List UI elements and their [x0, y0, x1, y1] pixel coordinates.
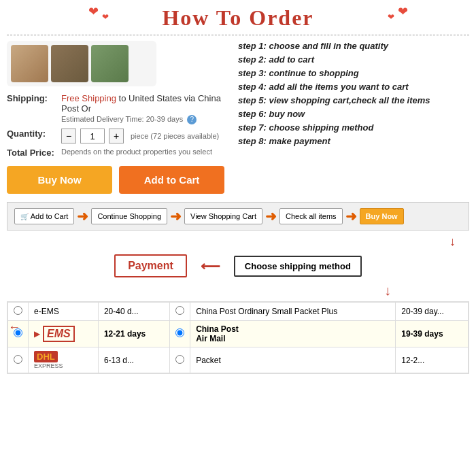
ship-days-airmail: 19-39 days	[396, 321, 469, 347]
add-to-cart-button[interactable]: Add to Cart	[119, 166, 224, 194]
flow-continue-shopping[interactable]: Continue Shopping	[91, 208, 167, 224]
ship-name-cn-ordinary: China Post Ordinary Small Packet Plus	[190, 303, 396, 321]
shipping-label: Shipping:	[7, 93, 61, 103]
flow-section: Add to Cart ➜ Continue Shopping ➜ View S…	[7, 202, 469, 231]
ship-days-ems-top: 20-40 d...	[98, 303, 169, 321]
step-3: step 3: continue to shopping	[238, 68, 469, 78]
product-image-1[interactable]	[11, 45, 48, 82]
left-arrow-indicator: ←	[8, 320, 20, 335]
quantity-increase[interactable]: +	[109, 129, 124, 143]
table-row-dhl: DHL EXPRESS 6-13 d... Packet 12-2...	[8, 347, 469, 373]
shipping-table-wrapper: ← e-EMS 20-40 d... China Post Ordinary S…	[0, 301, 476, 374]
table-row: e-EMS 20-40 d... China Post Ordinary Sma…	[8, 303, 469, 321]
payment-button[interactable]: Payment	[114, 254, 187, 277]
ship-radio-packet[interactable]	[175, 355, 184, 364]
main-content: Shipping: Free Shipping to United States…	[0, 37, 476, 198]
action-buttons: Buy Now Add to Cart	[7, 166, 224, 194]
flow-arrow-4: ➜	[345, 208, 357, 224]
ship-logo-dhl: DHL EXPRESS	[29, 347, 99, 373]
payment-arrow: ⟵	[201, 258, 220, 274]
step-4: step 4: add all the items you want to ca…	[238, 82, 469, 92]
shipping-table: e-EMS 20-40 d... China Post Ordinary Sma…	[7, 301, 469, 374]
ship-days-cn-ordinary: 20-39 day...	[396, 303, 469, 321]
shipping-value: Free Shipping to United States via China…	[61, 93, 224, 124]
step-6: step 6: buy now	[238, 109, 469, 119]
arrow-down-2: ↓	[7, 283, 469, 299]
heart-deco-2: ❤	[102, 12, 109, 22]
left-panel: Shipping: Free Shipping to United States…	[7, 41, 224, 194]
ship-name-airmail: China PostAir Mail	[190, 321, 396, 347]
shipping-row: Shipping: Free Shipping to United States…	[7, 93, 224, 124]
step-1: step 1: choose and fill in the quatity	[238, 41, 469, 51]
dhl-express: EXPRESS	[34, 362, 92, 369]
ship-radio-dhl[interactable]	[14, 355, 22, 364]
dhl-logo: DHL	[34, 351, 58, 362]
flow-arrow-3: ➜	[265, 208, 277, 224]
page-header: ❤ ❤ ❤ ❤ How To Order	[0, 0, 476, 33]
ship-radio-ems-top[interactable]	[14, 306, 22, 315]
quantity-value: − + piece (72 pieces available)	[61, 129, 224, 143]
help-icon[interactable]: ?	[187, 115, 197, 124]
heart-deco-4: ❤	[388, 12, 394, 22]
step-2: step 2: add to cart	[238, 54, 469, 65]
flow-check-items[interactable]: Check all items	[279, 208, 343, 224]
heart-deco-3: ❤	[398, 4, 408, 19]
heart-deco-1: ❤	[88, 4, 99, 19]
shipping-method-box: Choose shipping method	[234, 256, 362, 277]
quantity-row: Quantity: − + piece (72 pieces available…	[7, 129, 224, 143]
ship-days-packet: 12-2...	[396, 347, 469, 373]
ship-logo-ems: ▶ EMS	[29, 321, 99, 347]
ship-radio-airmail[interactable]	[175, 328, 184, 337]
radio-col-r1	[170, 303, 190, 321]
quantity-controls: − + piece (72 pieces available)	[61, 129, 224, 143]
product-image-3[interactable]	[91, 45, 129, 82]
arrow-down-1: ↓	[0, 235, 476, 249]
ship-days-ems: 12-21 days	[98, 321, 169, 347]
flow-add-to-cart[interactable]: Add to Cart	[14, 208, 74, 224]
radio-col-1	[8, 303, 29, 321]
flow-view-cart[interactable]: View Shopping Cart	[184, 208, 262, 224]
divider-top	[7, 35, 469, 35]
total-price-row: Total Price: Depends on the product prop…	[7, 148, 224, 158]
quantity-note: piece (72 pieces available)	[131, 132, 219, 140]
ship-name-packet: Packet	[190, 347, 396, 373]
payment-flow: Payment ⟵ Choose shipping method	[7, 252, 469, 280]
ems-arrow-icon: ▶	[34, 329, 40, 339]
ship-days-dhl: 6-13 d...	[98, 347, 169, 373]
total-label: Total Price:	[7, 148, 61, 158]
quantity-input[interactable]	[80, 129, 105, 143]
quantity-label: Quantity:	[7, 129, 61, 139]
quantity-decrease[interactable]: −	[61, 129, 76, 143]
product-image-2[interactable]	[51, 45, 88, 82]
flow-buy-now[interactable]: Buy Now	[360, 208, 404, 224]
radio-col-3	[8, 347, 29, 373]
product-images	[7, 41, 156, 86]
table-row-selected: ▶ EMS 12-21 days China PostAir Mail 19-3…	[8, 321, 469, 347]
ship-radio-cn-ordinary[interactable]	[175, 306, 184, 315]
step-7: step 7: choose shipping method	[238, 122, 469, 133]
delivery-time: Estimated Delivery Time: 20-39 days ?	[61, 115, 197, 123]
flow-arrow-1: ➜	[77, 208, 88, 224]
free-ship-text: Free Shipping	[61, 93, 116, 103]
flow-arrow-2: ➜	[170, 208, 182, 224]
buy-now-button[interactable]: Buy Now	[7, 166, 112, 194]
ship-name-ems-top: e-EMS	[29, 303, 99, 321]
total-note: Depends on the product properties you se…	[61, 148, 212, 156]
step-5: step 5: view shopping cart,check all the…	[238, 95, 469, 105]
radio-col-r3	[170, 347, 190, 373]
radio-col-r2	[170, 321, 190, 347]
ems-logo: EMS	[43, 326, 75, 342]
right-panel: step 1: choose and fill in the quatity s…	[231, 41, 469, 194]
step-8: step 8: make payment	[238, 136, 469, 146]
